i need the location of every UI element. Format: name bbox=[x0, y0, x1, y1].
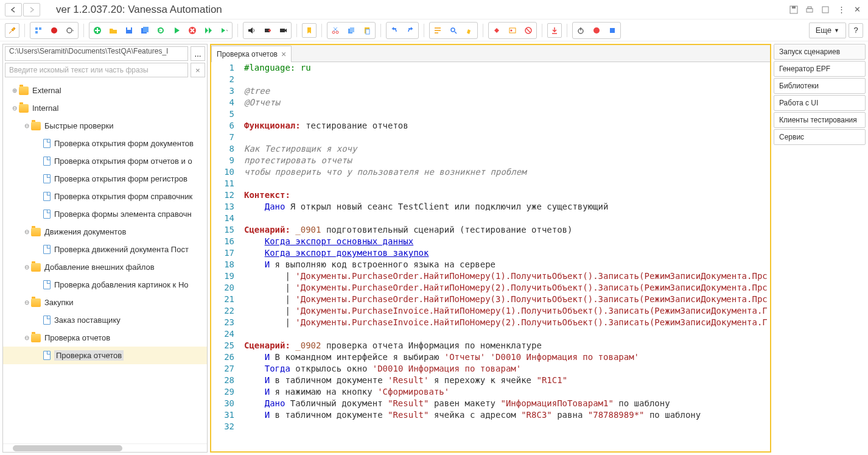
power-icon[interactable] bbox=[573, 23, 588, 38]
cut-icon[interactable] bbox=[328, 23, 343, 38]
svg-rect-2 bbox=[807, 9, 813, 12]
highlight-icon[interactable] bbox=[462, 23, 477, 38]
path-input[interactable]: C:\Users\Seramiti\Documents\TestQA\Featu… bbox=[5, 46, 188, 61]
search-input[interactable] bbox=[5, 63, 188, 77]
tree-folder-fast[interactable]: ⊖Быстрые проверки bbox=[3, 117, 207, 135]
back-button[interactable] bbox=[5, 3, 22, 16]
svg-point-30 bbox=[593, 27, 600, 34]
svg-rect-12 bbox=[127, 27, 131, 30]
search-dropdown-icon[interactable] bbox=[446, 23, 461, 38]
tree-file[interactable]: Проверка открытия форм отчетов и о bbox=[3, 152, 207, 170]
svg-rect-1 bbox=[792, 6, 796, 9]
svg-rect-6 bbox=[39, 27, 41, 30]
tree-folder-moves[interactable]: ⊖Движения документов bbox=[3, 223, 207, 241]
window-title: ver 1.2.037.20: Vanessa Automation bbox=[56, 4, 222, 16]
right-btn-run[interactable]: Запуск сценариев bbox=[774, 44, 866, 60]
forward-button[interactable] bbox=[23, 3, 40, 16]
more-label: Еще bbox=[816, 26, 831, 35]
right-btn-service[interactable]: Сервис bbox=[774, 129, 866, 145]
svg-point-27 bbox=[511, 29, 513, 31]
svg-rect-5 bbox=[35, 27, 38, 30]
svg-point-9 bbox=[67, 28, 72, 33]
line-gutter: 1234567891011121314151617181920212223242… bbox=[211, 62, 242, 451]
toolbar: Еще▼ ? bbox=[0, 19, 868, 41]
redo-icon[interactable] bbox=[403, 23, 418, 38]
code-editor[interactable]: 1234567891011121314151617181920212223242… bbox=[211, 62, 770, 451]
tree-file[interactable]: Проверка добавления картинок к Но bbox=[3, 276, 207, 294]
download-icon[interactable] bbox=[547, 23, 562, 38]
copy-icon[interactable] bbox=[344, 23, 359, 38]
tree-folder-internal[interactable]: ⊖Internal bbox=[3, 99, 207, 117]
tree-file[interactable]: Проверка формы элемента справочн bbox=[3, 205, 207, 223]
add-icon[interactable] bbox=[90, 23, 105, 38]
right-panel: Запуск сценариев Генератор EPF Библиотек… bbox=[774, 41, 868, 455]
editor-tab[interactable]: Проверка отчетов × bbox=[211, 46, 292, 62]
svg-rect-7 bbox=[35, 31, 38, 34]
stop-icon[interactable] bbox=[185, 23, 200, 38]
record-icon[interactable] bbox=[260, 23, 275, 38]
breakpoint-icon[interactable] bbox=[489, 23, 504, 38]
code-content[interactable]: #language: ru @tree@Отчеты Функционал: т… bbox=[242, 62, 770, 451]
tree-folder-external[interactable]: ⊕External bbox=[3, 82, 207, 99]
print-icon[interactable] bbox=[803, 4, 816, 16]
svg-point-20 bbox=[336, 31, 338, 34]
stop-square-icon[interactable] bbox=[605, 23, 620, 38]
save-icon[interactable] bbox=[788, 4, 800, 16]
format-icon[interactable] bbox=[430, 23, 445, 38]
svg-rect-3 bbox=[808, 7, 811, 9]
search-clear-button[interactable]: × bbox=[191, 63, 205, 77]
tree-file[interactable]: Проверка движений документа Пост bbox=[3, 241, 207, 258]
tree-file[interactable]: Проверка открытия форм документов bbox=[3, 135, 207, 152]
refresh-icon[interactable] bbox=[153, 23, 168, 38]
svg-point-19 bbox=[332, 31, 335, 34]
feature-tree[interactable]: ⊕External ⊖Internal ⊖Быстрые проверки Пр… bbox=[3, 79, 207, 443]
record-circle-icon[interactable] bbox=[589, 23, 604, 38]
tree-folder-zak[interactable]: ⊖Закупки bbox=[3, 294, 207, 311]
play-all-icon[interactable] bbox=[201, 23, 215, 38]
right-btn-epf[interactable]: Генератор EPF bbox=[774, 61, 866, 77]
open-folder-icon[interactable] bbox=[106, 23, 121, 38]
horizontal-scrollbar[interactable] bbox=[3, 443, 207, 452]
tree-file[interactable]: Проверка открытия форм регистров bbox=[3, 170, 207, 188]
svg-point-8 bbox=[51, 27, 57, 34]
svg-rect-24 bbox=[366, 29, 369, 34]
right-btn-clients[interactable]: Клиенты тестирования bbox=[774, 112, 866, 128]
close-icon[interactable]: ✕ bbox=[851, 4, 863, 16]
breakpoint-list-icon[interactable] bbox=[505, 23, 520, 38]
undo-icon[interactable] bbox=[387, 23, 402, 38]
left-panel: C:\Users\Seramiti\Documents\TestQA\Featu… bbox=[2, 44, 208, 453]
svg-rect-4 bbox=[822, 7, 828, 13]
tree-file[interactable]: Проверка открытия форм справочник bbox=[3, 188, 207, 205]
play-menu-icon[interactable] bbox=[217, 23, 231, 38]
help-button[interactable]: ? bbox=[849, 23, 863, 38]
svg-rect-31 bbox=[610, 28, 615, 33]
tab-bar: Проверка отчетов × bbox=[211, 45, 770, 62]
path-browse-button[interactable]: ... bbox=[191, 46, 205, 61]
tree-file[interactable]: Заказ поставщику bbox=[3, 311, 207, 329]
menu-dots-icon[interactable]: ⋮ bbox=[835, 4, 847, 16]
tree-expand-icon[interactable] bbox=[31, 23, 46, 38]
svg-rect-14 bbox=[143, 27, 149, 32]
more-button[interactable]: Еще▼ bbox=[809, 23, 846, 38]
camera-icon[interactable] bbox=[276, 23, 290, 38]
right-btn-ui[interactable]: Работа с UI bbox=[774, 95, 866, 111]
tree-file-selected[interactable]: Проверка отчетов bbox=[3, 347, 207, 364]
svg-point-25 bbox=[451, 28, 455, 32]
right-btn-lib[interactable]: Библиотеки bbox=[774, 78, 866, 94]
tree-collapse-icon[interactable] bbox=[47, 23, 61, 38]
gear-dropdown-icon[interactable] bbox=[63, 23, 77, 38]
tree-folder-ext[interactable]: ⊖Добавление внешних файлов bbox=[3, 258, 207, 276]
tab-close-icon[interactable]: × bbox=[281, 49, 286, 59]
save-all-icon[interactable] bbox=[138, 23, 152, 38]
save-disk-icon[interactable] bbox=[122, 23, 136, 38]
tree-folder-reports[interactable]: ⊖Проверка отчетов bbox=[3, 329, 207, 347]
link-icon[interactable] bbox=[819, 4, 831, 16]
paste-icon[interactable] bbox=[360, 23, 374, 38]
sound-icon[interactable] bbox=[244, 23, 259, 38]
play-icon[interactable] bbox=[169, 23, 184, 38]
svg-rect-18 bbox=[280, 29, 285, 32]
svg-point-17 bbox=[268, 29, 271, 32]
breakpoint-clear-icon[interactable] bbox=[521, 23, 536, 38]
bookmark-icon[interactable] bbox=[302, 23, 317, 38]
tool-wrench-icon[interactable] bbox=[5, 23, 19, 38]
